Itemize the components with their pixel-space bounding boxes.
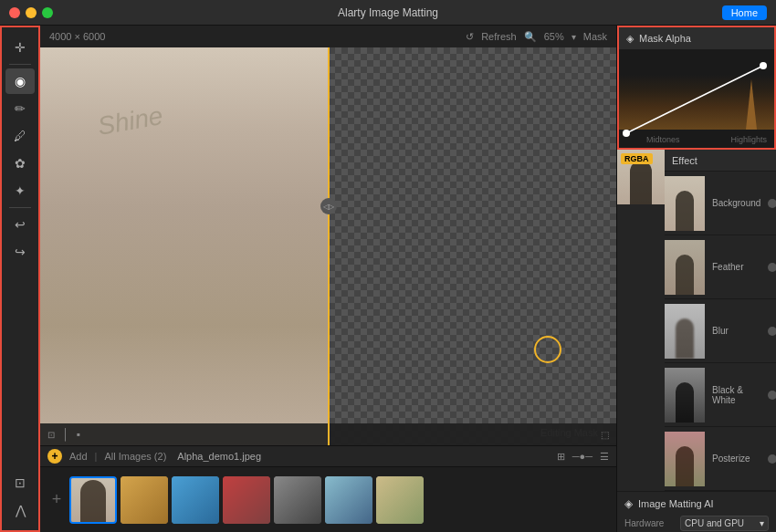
film-thumbnail-2[interactable] bbox=[121, 476, 168, 524]
expand-button[interactable]: ⋀ bbox=[5, 497, 35, 523]
film-thumbnail-3[interactable] bbox=[172, 476, 219, 524]
brush-tool-button[interactable]: ✏ bbox=[5, 96, 35, 121]
effect-dot-2 bbox=[768, 263, 776, 272]
background-label: Background bbox=[705, 194, 768, 212]
move-tool-button[interactable]: ✛ bbox=[5, 35, 35, 60]
smudge-tool-button[interactable]: ✿ bbox=[5, 151, 35, 176]
feather-effect[interactable]: Feather bbox=[665, 235, 776, 299]
film-thumbnail-1[interactable] bbox=[69, 476, 117, 524]
effect-dot-5 bbox=[768, 454, 776, 464]
posterize-label: Posterize bbox=[705, 450, 768, 467]
mask-alpha-title: Mask Alpha bbox=[639, 33, 691, 44]
canvas-divider bbox=[328, 47, 330, 445]
brush-icon: ✏ bbox=[15, 101, 26, 116]
list-view-icon[interactable]: ☰ bbox=[600, 451, 609, 463]
eraser-icon: ◉ bbox=[15, 74, 26, 89]
bw-effect[interactable]: Black & White bbox=[665, 363, 776, 427]
traffic-lights bbox=[9, 7, 53, 18]
svg-point-2 bbox=[760, 62, 767, 69]
maximize-button[interactable] bbox=[42, 7, 53, 18]
yellow-circle-handle[interactable] bbox=[534, 336, 561, 363]
mask-alpha-section: ◈ Mask Alpha Midtones bbox=[617, 26, 776, 150]
bw-label: Black & White bbox=[705, 381, 768, 409]
curve-svg bbox=[619, 49, 774, 148]
canvas-right-icons: ⬚ bbox=[601, 430, 609, 440]
right-panel: ◈ Mask Alpha Midtones bbox=[616, 26, 776, 532]
minimize-button[interactable] bbox=[26, 7, 37, 18]
hardware-label: Hardware bbox=[624, 518, 675, 528]
close-button[interactable] bbox=[9, 7, 20, 18]
smudge-icon: ✿ bbox=[15, 156, 26, 171]
feather-label: Feather bbox=[705, 258, 768, 276]
left-toolbar: ✛ ◉ ✏ 🖊 ✿ ✦ ↩ ↪ ⊡ ⋀ bbox=[0, 26, 40, 532]
canvas-dimensions: 4000 × 6000 bbox=[49, 31, 105, 42]
effect-area: RGBA Effect Background bbox=[617, 150, 776, 491]
canvas-image: Shine ◁▷ bbox=[40, 47, 616, 445]
film-strip-container: + Add | All Images (2) Alpha_demo1.jpeg … bbox=[40, 445, 616, 532]
hardware-value: CPU and GPU bbox=[685, 518, 744, 528]
ai-section-title: ◈ Image Matting AI bbox=[624, 497, 714, 510]
zoom-icon: 🔍 bbox=[524, 31, 537, 43]
toolbar-separator bbox=[9, 64, 31, 65]
blur-effect[interactable]: Blur bbox=[665, 299, 776, 363]
zoom-out-icon[interactable]: ▪ bbox=[77, 428, 80, 441]
eraser-tool-button[interactable]: ◉ bbox=[5, 68, 35, 94]
canvas-workspace[interactable]: Shine ◁▷ Editing Mask ⊡ │ ▪ bbox=[40, 47, 616, 445]
posterize-effect[interactable]: Posterize bbox=[665, 427, 776, 491]
mask-icon: ◈ bbox=[626, 33, 634, 45]
film-thumbnail-5[interactable] bbox=[274, 476, 321, 524]
app-title: Alarty Image Matting bbox=[338, 6, 438, 19]
zoom-in-icon[interactable]: │ bbox=[62, 428, 69, 441]
effect-preview-column: RGBA bbox=[617, 150, 665, 491]
effect-dot-4 bbox=[768, 391, 776, 400]
pen-tool-button[interactable]: 🖊 bbox=[5, 123, 35, 149]
redo-button[interactable]: ↪ bbox=[5, 239, 35, 265]
main-layout: ✛ ◉ ✏ 🖊 ✿ ✦ ↩ ↪ ⊡ ⋀ bbox=[0, 26, 776, 532]
add-label: Add bbox=[69, 451, 88, 462]
preview-button[interactable]: ⊡ bbox=[5, 470, 35, 495]
mask-alpha-header: ◈ Mask Alpha bbox=[619, 27, 774, 49]
canvas-left-half: Shine bbox=[40, 47, 329, 445]
effect-section-header: Effect bbox=[665, 150, 776, 172]
ai-section-header: ◈ Image Matting AI bbox=[624, 497, 769, 510]
chevron-down-icon-2: ▾ bbox=[760, 518, 764, 528]
canvas-bottom-icons: ⊡ │ ▪ bbox=[47, 428, 80, 441]
film-thumbnail-4[interactable] bbox=[223, 476, 270, 524]
chevron-down-icon[interactable]: ▾ bbox=[572, 32, 576, 42]
canvas-top-bar: 4000 × 6000 ↺ Refresh 🔍 65% ▾ Mask bbox=[40, 26, 616, 47]
canvas-right-half bbox=[329, 47, 617, 445]
grid-view-icon[interactable]: ⊞ bbox=[557, 451, 565, 463]
rgba-preview-thumb[interactable]: RGBA bbox=[617, 150, 665, 204]
undo-button[interactable]: ↩ bbox=[5, 212, 35, 237]
effect-dot-3 bbox=[768, 327, 776, 336]
add-new-icon[interactable]: + bbox=[47, 476, 66, 524]
ai-icon: ◈ bbox=[624, 497, 633, 510]
hardware-row: Hardware CPU and GPU ▾ bbox=[624, 516, 769, 531]
histogram-area[interactable]: Midtones Highlights bbox=[619, 49, 774, 148]
canvas-divider-handle[interactable]: ◁▷ bbox=[320, 198, 337, 214]
refresh-icon: ↺ bbox=[466, 31, 474, 43]
refresh-label[interactable]: Refresh bbox=[481, 31, 517, 42]
stamp-tool-button[interactable]: ✦ bbox=[5, 178, 35, 203]
effect-title: Effect bbox=[672, 155, 775, 166]
toolbar-separator-2 bbox=[9, 207, 31, 208]
stamp-icon: ✦ bbox=[15, 183, 26, 198]
add-image-button[interactable]: + bbox=[47, 449, 62, 464]
background-effect[interactable]: Background bbox=[665, 172, 776, 235]
home-button[interactable]: Home bbox=[722, 5, 767, 20]
film-thumbnail-6[interactable] bbox=[325, 476, 372, 524]
ai-section: ◈ Image Matting AI Hardware CPU and GPU … bbox=[617, 491, 776, 532]
zoom-level: 65% bbox=[544, 31, 564, 42]
current-file-label: Alpha_demo1.jpeg bbox=[177, 451, 261, 462]
pen-icon: 🖊 bbox=[14, 129, 26, 143]
hardware-select[interactable]: CPU and GPU ▾ bbox=[680, 516, 769, 531]
effect-dot bbox=[768, 199, 776, 208]
expand-icon: ⋀ bbox=[16, 503, 26, 517]
preview-icon: ⊡ bbox=[15, 475, 26, 490]
effect-labels: Effect Background Feather bbox=[665, 150, 776, 491]
film-thumbnail-7[interactable] bbox=[376, 476, 424, 524]
fit-screen-icon[interactable]: ⊡ bbox=[47, 430, 55, 440]
svg-point-1 bbox=[623, 130, 630, 137]
redo-icon: ↪ bbox=[15, 245, 26, 259]
fullscreen-icon[interactable]: ⬚ bbox=[601, 430, 609, 440]
